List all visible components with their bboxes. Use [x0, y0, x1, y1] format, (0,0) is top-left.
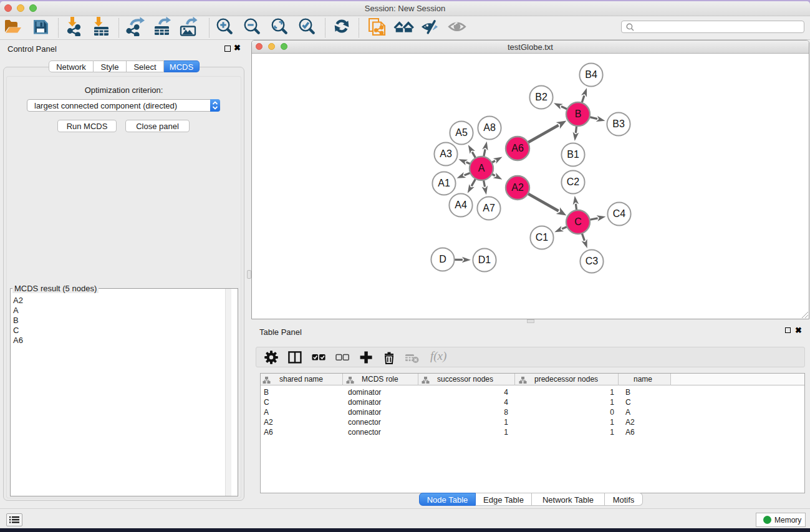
- svg-text:A1: A1: [438, 178, 450, 188]
- svg-text:A3: A3: [440, 148, 452, 159]
- svg-text:B: B: [575, 109, 582, 119]
- svg-text:B1: B1: [567, 149, 579, 160]
- svg-text:D1: D1: [478, 254, 491, 265]
- svg-text:C2: C2: [567, 177, 580, 187]
- svg-text:A7: A7: [483, 203, 495, 213]
- svg-text:C3: C3: [586, 256, 599, 266]
- svg-text:C: C: [574, 216, 582, 227]
- svg-text:C4: C4: [613, 208, 626, 219]
- svg-text:A8: A8: [483, 122, 496, 133]
- svg-text:B4: B4: [585, 69, 597, 80]
- svg-text:A4: A4: [455, 200, 467, 210]
- svg-text:A5: A5: [455, 127, 468, 138]
- svg-text:D: D: [439, 254, 446, 264]
- svg-text:A2: A2: [511, 182, 524, 193]
- svg-text:A: A: [478, 163, 485, 173]
- svg-text:B3: B3: [612, 118, 625, 129]
- svg-text:C1: C1: [536, 232, 549, 243]
- svg-text:B2: B2: [535, 92, 547, 102]
- svg-text:A6: A6: [511, 143, 524, 153]
